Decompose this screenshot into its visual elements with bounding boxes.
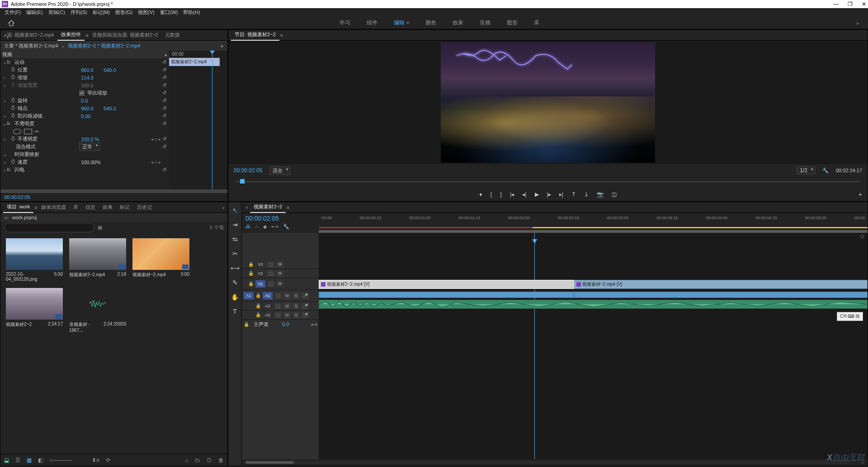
reset-icon[interactable]: ↺ [162,167,166,173]
video-clip[interactable]: 视频素材2~2.mp4 [V] [319,280,574,289]
audio-clip[interactable] [319,292,574,298]
ws-audio[interactable]: 音频 [480,19,491,27]
go-in-icon[interactable]: |◂ [510,191,514,198]
media-item[interactable]: 音频素材 - 1967...2:24:25920 [69,288,126,333]
speed-value[interactable]: 100.00% [81,160,104,165]
ws-learn[interactable]: 学习 [340,19,350,27]
stopwatch-icon[interactable]: Ŏ [11,113,18,118]
mute-icon[interactable]: M [283,292,291,299]
timeline-track-area[interactable]: 视频素材2~2.mp4 [V] 视频素材~2.mp4 [V] [319,233,868,459]
add-marker-icon[interactable]: ♦ [479,191,482,198]
settings-icon[interactable]: 🔧 [822,168,829,174]
home-button[interactable] [0,19,23,27]
menu-file[interactable]: 文件(F) [3,8,23,17]
twirl-icon[interactable]: ⌄ [2,59,7,65]
opacity-value[interactable]: 100.0 % [81,137,104,142]
export-frame-icon[interactable]: 📷 [597,191,604,198]
new-bin-icon[interactable]: 🗀 [195,457,200,463]
uniform-scale-checkbox[interactable]: ✓ [79,90,85,96]
tabs-overflow[interactable]: » [222,205,225,210]
twirl-icon[interactable]: › [2,113,7,119]
sequence-tab[interactable]: 视频素材2~2 [250,202,286,213]
extract-icon[interactable]: ⤓ [584,191,589,198]
ime-indicator[interactable]: CH ⌨ 简 [837,312,863,321]
menu-graphics[interactable]: 图形(G) [113,8,134,17]
panel-menu-icon[interactable]: ≡ [280,33,283,38]
linked-sel-icon[interactable]: ∩ [255,224,259,230]
menu-help[interactable]: 帮助(H) [181,8,202,17]
tab-markers[interactable]: 标记 [116,202,133,212]
ec-scrollbar[interactable] [0,189,227,193]
rotation-value[interactable]: 0.0 [81,98,104,104]
twirl-icon[interactable]: ⌄ [2,151,7,157]
lock-icon[interactable]: 🔒 [248,281,254,286]
ws-effects[interactable]: 效果 [453,19,463,27]
list-view-icon[interactable]: ☰ [15,457,20,463]
lock-icon[interactable]: 🔒 [255,312,261,317]
seq-settings-icon[interactable]: ⟷ [271,224,278,230]
fx-badge-icon[interactable]: fx [7,60,13,65]
reset-icon[interactable]: ↺ [162,59,166,65]
hand-tool[interactable]: ✋ [231,292,240,302]
zoom-slider[interactable]: ○───── [49,457,72,463]
ws-overflow[interactable]: » [856,20,859,26]
search-input[interactable] [4,223,94,232]
reset-icon[interactable]: ↺ [162,105,166,111]
effect-opacity[interactable]: 不透明度 [14,120,34,127]
ws-edit[interactable]: 编辑 [394,19,405,26]
anchor-x[interactable]: 960.0 [81,106,104,111]
zoom-fit-select[interactable]: 适合 [269,166,290,175]
mark-in-icon[interactable]: { [490,191,492,198]
solo-icon[interactable]: S [292,303,300,309]
go-out-icon[interactable]: ▸| [559,191,563,198]
track-v1[interactable]: V1 [255,280,265,288]
step-fwd-icon[interactable]: |▸ [547,191,551,198]
track-output-icon[interactable]: ⬚ [274,292,282,299]
reset-icon[interactable]: ↺ [162,67,166,73]
twirl-icon[interactable]: › [2,160,7,165]
program-scrubber[interactable] [236,177,860,188]
snap-icon[interactable]: ⁂ [245,224,250,230]
track-a2[interactable]: A2 [263,302,273,310]
timeline-zoom-scrollbar[interactable] [245,461,294,464]
scale-value[interactable]: 114.0 [81,75,104,80]
keyframe-nav[interactable]: ◂ ◇ ▸ [151,137,161,142]
tab-media-browser[interactable]: 媒体浏览器 [38,202,70,212]
sort-icon[interactable]: ⬍≡ [92,457,99,463]
reset-icon[interactable]: ↺ [162,136,166,142]
menu-window[interactable]: 窗口(W) [158,8,180,17]
reset-icon[interactable]: ↺ [162,82,166,88]
track-output-icon[interactable]: ⬚ [267,281,274,287]
work-area-end[interactable] [860,235,864,238]
reset-icon[interactable]: ↺ [162,113,166,119]
timeline-timecode[interactable]: 00:00:02:05 [245,215,315,222]
track-a3[interactable]: A3 [263,311,273,319]
slip-tool[interactable]: ⟷ [231,264,240,273]
lift-icon[interactable]: ⤒ [571,191,576,198]
minimize-button[interactable]: — [833,1,839,7]
source-a1[interactable]: A1 [244,292,254,299]
track-a1[interactable]: A1 [263,292,273,299]
tab-effects[interactable]: 效果 [99,202,116,212]
menu-marker[interactable]: 标记(M) [91,8,112,17]
stopwatch-icon[interactable]: Ŏ [11,98,18,103]
menu-view[interactable]: 视图(V) [136,8,156,17]
close-button[interactable]: ✕ [862,1,866,7]
track-output-icon[interactable]: ⬚ [267,261,274,268]
delete-icon[interactable]: 🗑 [218,457,224,463]
reset-icon[interactable]: ↺ [162,90,166,96]
position-y[interactable]: 540.0 [104,67,126,73]
lock-icon[interactable]: 🔒 [255,303,261,308]
freeform-view-icon[interactable]: ◧ [38,457,43,463]
play-icon[interactable]: ▶ [535,191,539,198]
solo-icon[interactable]: S [292,292,300,299]
mute-icon[interactable]: M [283,303,291,309]
track-eye-icon[interactable]: 👁 [276,281,283,287]
twirl-icon[interactable]: › [2,137,7,142]
media-item[interactable]: 2022-10-04_093128.png5:00 [6,238,63,282]
type-tool[interactable]: T [231,307,240,316]
program-view[interactable] [228,41,868,164]
track-output-icon[interactable]: ⬚ [267,270,274,277]
reset-icon[interactable]: ↺ [162,144,166,150]
video-clip[interactable]: 视频素材~2.mp4 [V] [574,280,868,289]
